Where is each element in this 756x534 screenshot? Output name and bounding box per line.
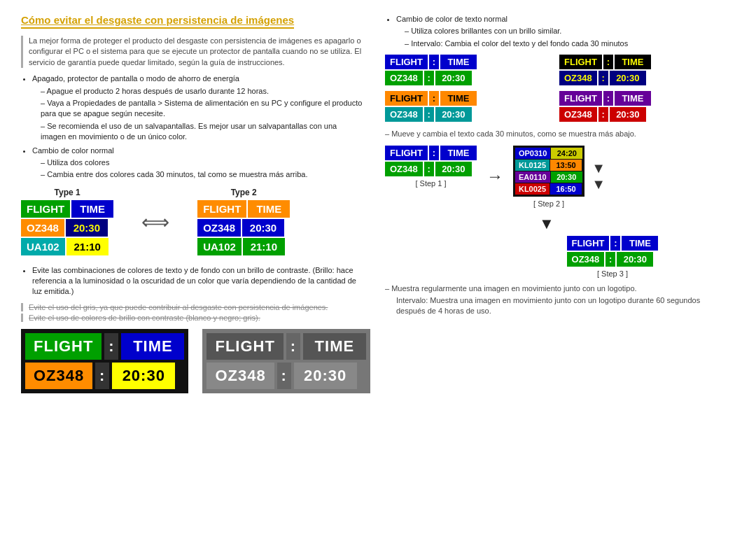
bb2-row1-colon: : (277, 363, 291, 389)
bottom-boards: FLIGHT : TIME OZ348 : 20:30 FLIGHT : TIM… (21, 329, 364, 393)
final-note-1: Muestra regularmente una imagen en movim… (385, 283, 728, 294)
double-arrows: ▼ ▼ (592, 160, 606, 192)
t2-row1-flight: OZ348 (197, 219, 241, 237)
type2-label: Type 2 (231, 188, 257, 197)
mb4-h-colon: : (603, 91, 613, 106)
mb1-h-flight: FLIGHT (385, 55, 428, 69)
mb1-h-time: TIME (440, 55, 477, 69)
bb2-header-time: TIME (303, 333, 366, 360)
bullet-1: Apagado, protector de pantalla o modo de… (32, 73, 364, 84)
s2-r4-c1: KL0025 (515, 183, 550, 195)
mb2-r1-flight: OZ348 (559, 71, 597, 85)
t1-row2-time: 21:10 (66, 238, 108, 255)
mb3-h-flight: FLIGHT (385, 91, 428, 106)
step3-board: FLIGHT : TIME OZ348 : 20:30 (567, 236, 659, 267)
contrast-section: Evite las combinaciones de colores de te… (21, 265, 364, 297)
mb4-r1-time: 20:30 (610, 107, 646, 122)
s1-r1-flight: OZ348 (385, 162, 423, 176)
type1-label: Type 1 (55, 188, 80, 197)
bottom-board-1: FLIGHT : TIME OZ348 : 20:30 (21, 329, 188, 393)
t1-row1-time: 20:30 (66, 219, 108, 237)
step1-block: FLIGHT : TIME OZ348 : 20:30 [ Step 1 ] (385, 146, 477, 188)
bb1-header-colon: : (104, 333, 118, 360)
t1-row2-flight: UA102 (21, 238, 65, 255)
sub-bullet-4: Utiliza dos colores (41, 157, 364, 168)
t2-header-time: TIME (248, 200, 290, 218)
mb2-h-flight: FLIGHT (559, 55, 602, 69)
mb1-r1-time: 20:30 (435, 71, 472, 85)
step3-label: [ Step 3 ] (597, 269, 628, 278)
bullet-2: Cambio de color normal (32, 146, 364, 156)
s1-h-colon: : (429, 146, 439, 160)
sub-bullet-5: Cambia entre dos colores cada 30 minutos… (41, 169, 364, 180)
final-note-2: Intervalo: Muestra una imagen en movimie… (385, 295, 728, 317)
mb1-r1-colon: : (424, 71, 434, 85)
page-container: Cómo evitar el desgaste con persistencia… (21, 14, 735, 393)
right-bullet-section: Cambio de color de texto normal Utiliza … (385, 14, 728, 49)
bottom-board-2: FLIGHT : TIME OZ348 : 20:30 (202, 329, 370, 393)
mb2-h-colon: : (603, 55, 613, 69)
bb1-header-flight: FLIGHT (25, 333, 102, 360)
mb3-r1-time: 20:30 (435, 107, 472, 122)
sub-bullet-1: Apague el producto 2 horas después de us… (41, 86, 364, 97)
mb2-h-time: TIME (615, 55, 651, 69)
bullet-section-1: Apagado, protector de pantalla o modo de… (21, 73, 364, 181)
exchange-arrow: ⟺ (134, 211, 176, 234)
mb4-r1-flight: OZ348 (559, 107, 597, 122)
right-column: Cambio de color de texto normal Utiliza … (385, 14, 728, 393)
sub-bullet-2: Vaya a Propiedades de pantalla > Sistema… (41, 98, 364, 120)
gray-note-2: Evite el uso de colores de brillo con co… (21, 314, 364, 322)
bb2-header-colon: : (286, 333, 300, 360)
step1-label: [ Step 1 ] (415, 179, 446, 188)
s3-r1-time: 20:30 (617, 252, 653, 267)
step3-block: FLIGHT : TIME OZ348 : 20:30 [ Step 3 ] (497, 236, 728, 278)
s3-h-time: TIME (622, 236, 658, 251)
s2-r2-c2: 13:50 (550, 160, 582, 171)
mini-board-3: FLIGHT : TIME OZ348 : 20:30 (385, 91, 554, 122)
s2-r3-c1: EA0110 (515, 171, 550, 183)
right-sub-2: Intervalo: Cambia el color del texto y d… (405, 38, 728, 49)
t2-header-flight: FLIGHT (197, 200, 246, 218)
bb2-header-flight: FLIGHT (206, 333, 283, 360)
type2-board: FLIGHT TIME OZ348 20:30 UA102 21:10 (197, 200, 290, 257)
bb1-header-time: TIME (121, 333, 184, 360)
contrast-note: Evite las combinaciones de colores de te… (32, 265, 364, 297)
s1-h-flight: FLIGHT (385, 146, 428, 160)
bb1-row1-flight: OZ348 (25, 363, 92, 389)
t1-header-flight: FLIGHT (21, 200, 70, 218)
type1-block: Type 1 FLIGHT TIME OZ348 20:30 UA102 21:… (21, 188, 113, 257)
bb2-row1-time: 20:30 (294, 363, 357, 389)
s2-r3-c2: 20:30 (551, 171, 582, 183)
sub-bullet-3: Se recomienda el uso de un salvapantalla… (41, 121, 364, 143)
mb3-r1-colon: : (424, 107, 434, 122)
s2-r2-c1: KL0125 (515, 160, 550, 171)
bb2-row1-flight: OZ348 (206, 363, 274, 389)
mb2-r1-colon: : (598, 71, 608, 85)
s3-h-colon: : (610, 236, 620, 251)
s1-r1-time: 20:30 (435, 162, 472, 176)
s1-r1-colon: : (424, 162, 434, 176)
s2-r1-c2: 24:20 (551, 148, 582, 159)
types-row: Type 1 FLIGHT TIME OZ348 20:30 UA102 21:… (21, 188, 364, 257)
mb2-r1-time: 20:30 (610, 71, 646, 85)
s2-r1-c1: OP0310 (515, 148, 550, 159)
mb3-r1-flight: OZ348 (385, 107, 423, 122)
step1-arrow: → (484, 167, 506, 186)
type1-board: FLIGHT TIME OZ348 20:30 UA102 21:10 (21, 200, 113, 257)
gray-note-1: Evite el uso del gris, ya que puede cont… (21, 303, 364, 311)
mini-board-4: FLIGHT : TIME OZ348 : 20:30 (559, 91, 728, 122)
step2-board: OP0310 24:20 KL0125 13:50 EA0110 20:30 (513, 146, 584, 197)
bb1-row1-time: 20:30 (112, 363, 175, 389)
t1-header-time: TIME (71, 200, 113, 218)
t2-row1-time: 20:30 (242, 219, 284, 237)
bb1-row1-colon: : (95, 363, 109, 389)
mini-boards-grid: FLIGHT : TIME OZ348 : 20:30 FLIGHT : TIM… (385, 55, 728, 122)
type2-block: Type 2 FLIGHT TIME OZ348 20:30 UA102 21:… (197, 188, 290, 257)
steps-row-1: FLIGHT : TIME OZ348 : 20:30 [ Step 1 ] → (385, 146, 728, 208)
mini-board-1: FLIGHT : TIME OZ348 : 20:30 (385, 55, 554, 85)
mb4-r1-colon: : (598, 107, 608, 122)
step2-label: [ Step 2 ] (533, 199, 564, 208)
intro-text: La mejor forma de proteger el producto d… (21, 36, 364, 68)
move-note: Mueve y cambia el texto cada 30 minutos,… (385, 129, 728, 139)
s3-h-flight: FLIGHT (567, 236, 610, 251)
